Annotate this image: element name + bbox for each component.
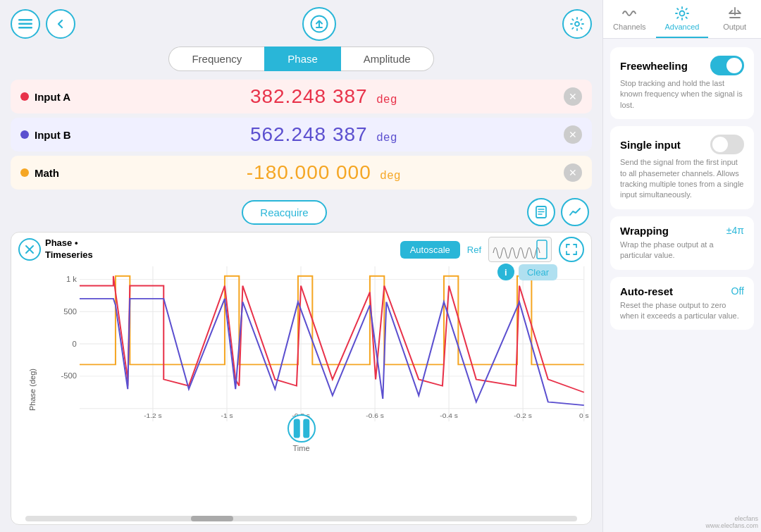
chart-action-buttons	[527, 198, 589, 226]
single-input-card: Single input Send the signal from the fi…	[610, 126, 754, 209]
single-input-toggle[interactable]	[710, 135, 744, 154]
svg-rect-0	[18, 19, 32, 21]
wrapping-title: Wrapping	[620, 225, 669, 237]
freewheeling-row: Freewheeling	[620, 56, 744, 75]
nav-output[interactable]: Output	[708, 0, 761, 38]
input-a-label: Input A	[20, 91, 84, 103]
close-chart-button[interactable]	[18, 238, 41, 261]
input-b-value: 562.248 387 deg	[250, 123, 397, 146]
freewheeling-card: Freewheeling Stop tracking and hold the …	[610, 47, 754, 119]
svg-text:-0.2 s: -0.2 s	[514, 412, 532, 419]
expand-button[interactable]	[559, 237, 584, 262]
chart-svg-area: Phase (deg) 1 k 500 0 -5	[11, 266, 591, 513]
back-button[interactable]	[46, 9, 75, 39]
notes-button[interactable]	[527, 198, 555, 226]
svg-text:-1.2 s: -1.2 s	[144, 412, 162, 419]
watermark: elecfans www.elecfans.com	[705, 515, 761, 529]
single-input-title: Single input	[620, 139, 681, 151]
gear-icon	[674, 6, 690, 21]
nav-channels[interactable]: Channels	[603, 0, 656, 38]
scrollbar-thumb[interactable]	[191, 516, 233, 521]
freewheeling-desc: Stop tracking and hold the last known fr…	[620, 78, 744, 111]
auto-reset-title: Auto-reset	[620, 285, 673, 297]
tab-amplitude[interactable]: Amplitude	[341, 47, 434, 71]
top-bar	[11, 7, 592, 41]
freewheeling-title: Freewheeling	[620, 60, 688, 72]
chart-wrapper: Phase • Timeseries Autoscale Ref	[11, 232, 592, 525]
right-panel: Channels Advanced Output Freewheeling St…	[602, 0, 761, 532]
input-row-a: Input A 382.248 387 deg ✕	[11, 80, 592, 113]
wrapping-value[interactable]: ±4π	[726, 225, 744, 236]
svg-text:-0.4 s: -0.4 s	[440, 412, 458, 419]
dot-a	[20, 92, 29, 101]
dot-b	[20, 130, 29, 139]
tab-frequency[interactable]: Frequency	[168, 47, 264, 71]
wrapping-row: Wrapping ±4π	[620, 225, 744, 237]
input-math-label: Math	[20, 167, 84, 179]
svg-rect-2	[18, 27, 32, 29]
input-b-label: Input B	[20, 129, 84, 141]
svg-text:-500: -500	[61, 372, 77, 380]
trend-button[interactable]	[561, 198, 589, 226]
clear-button[interactable]: Clear	[519, 264, 557, 280]
freewheeling-toggle[interactable]	[710, 56, 744, 75]
close-a-button[interactable]: ✕	[564, 87, 582, 106]
svg-text:0: 0	[73, 340, 77, 347]
chart-scrollbar[interactable]	[25, 516, 577, 521]
wave-icon	[621, 6, 637, 21]
x-axis-label: Time	[11, 444, 591, 452]
auto-reset-card: Auto-reset Off Reset the phase output to…	[610, 277, 754, 330]
ref-button[interactable]: Ref	[467, 245, 481, 255]
wrapping-card: Wrapping ±4π Wrap the phase output at a …	[610, 216, 754, 270]
svg-point-31	[680, 11, 685, 16]
svg-text:0 s: 0 s	[579, 412, 589, 419]
input-rows: Input A 382.248 387 deg ✕ Input B 562.24…	[11, 80, 592, 190]
y-axis-label: Phase (deg)	[28, 369, 37, 411]
svg-text:-1 s: -1 s	[221, 412, 233, 419]
right-panel-content: Freewheeling Stop tracking and hold the …	[603, 39, 761, 511]
pause-button[interactable]	[287, 414, 316, 443]
tab-phase[interactable]: Phase	[264, 47, 341, 71]
chart-top-bar: Phase • Timeseries Autoscale Ref	[11, 233, 591, 266]
input-a-value: 382.248 387 deg	[250, 85, 397, 108]
close-b-button[interactable]: ✕	[564, 125, 582, 144]
chart-controls: Autoscale Ref	[400, 237, 584, 262]
top-left-icons	[11, 9, 75, 39]
output-icon	[727, 6, 743, 21]
single-input-row: Single input	[620, 135, 744, 154]
svg-text:-0.6 s: -0.6 s	[366, 412, 384, 419]
dot-math	[20, 168, 29, 177]
info-icon[interactable]: i	[497, 264, 514, 280]
svg-rect-1	[18, 23, 32, 25]
nav-advanced[interactable]: Advanced	[656, 0, 709, 38]
tab-bar: Frequency Phase Amplitude	[11, 47, 592, 71]
input-math-value: -180.000 000 deg	[247, 161, 402, 184]
auto-reset-value[interactable]: Off	[731, 285, 744, 297]
single-input-desc: Send the signal from the first input to …	[620, 157, 744, 201]
input-row-b: Input B 562.248 387 deg ✕	[11, 118, 592, 151]
svg-rect-30	[303, 419, 309, 438]
auto-reset-row: Auto-reset Off	[620, 285, 744, 297]
chart-info-bar: i Clear	[497, 264, 557, 280]
svg-text:500: 500	[63, 307, 77, 315]
input-row-math: Math -180.000 000 deg ✕	[11, 156, 592, 190]
svg-rect-29	[293, 419, 299, 438]
wave-preview	[488, 237, 552, 262]
close-math-button[interactable]: ✕	[564, 163, 582, 182]
pause-button-container	[11, 414, 591, 444]
upload-button[interactable]	[302, 7, 336, 41]
chart-title: Phase • Timeseries	[45, 237, 93, 261]
controls-row: Reacquire	[11, 198, 592, 226]
settings-button[interactable]	[562, 9, 592, 39]
svg-rect-5	[537, 240, 547, 259]
wrapping-desc: Wrap the phase output at a particular va…	[620, 240, 744, 261]
svg-text:1 k: 1 k	[66, 276, 78, 283]
autoscale-button[interactable]: Autoscale	[400, 241, 460, 259]
menu-button[interactable]	[11, 9, 40, 39]
right-nav: Channels Advanced Output	[603, 0, 761, 39]
reacquire-button[interactable]: Reacquire	[242, 200, 326, 225]
auto-reset-desc: Reset the phase output to zero when it e…	[620, 300, 744, 322]
